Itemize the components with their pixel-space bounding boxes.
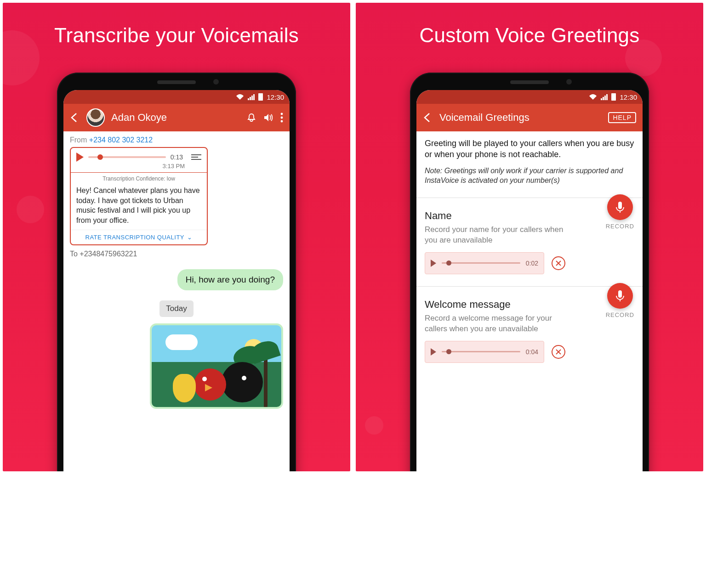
record-label: RECORD <box>606 223 634 230</box>
greeting-duration: 0:04 <box>526 348 538 356</box>
media-message[interactable] <box>150 323 283 409</box>
svg-rect-4 <box>618 290 622 298</box>
phone-frame: 12:30 Voicemail Greetings HELP Greeting … <box>410 73 649 471</box>
signal-icon <box>601 94 608 100</box>
battery-icon <box>258 93 263 101</box>
greeting-note: Note: Greetings will only work if your c… <box>425 166 634 186</box>
back-icon[interactable] <box>423 113 433 123</box>
outgoing-message[interactable]: Hi, how are you doing? <box>177 269 283 290</box>
greeting-player[interactable]: 0:04 <box>425 341 544 363</box>
speaker-icon[interactable] <box>263 113 274 123</box>
transcript-toggle-icon[interactable] <box>191 153 201 161</box>
app-bar: Voicemail Greetings HELP <box>416 104 643 131</box>
status-time: 12:30 <box>620 93 637 101</box>
voicemail-seek[interactable] <box>88 156 166 158</box>
promo-panel-greetings: Custom Voice Greetings 12:30 Voicemail G… <box>356 3 703 471</box>
status-bar: 12:30 <box>63 90 290 104</box>
help-button[interactable]: HELP <box>608 112 636 123</box>
voicemail-duration: 0:13 <box>171 153 183 161</box>
date-pill: Today <box>159 300 193 317</box>
promo-panel-transcribe: Transcribe your Voicemails 12:30 Adan Ok… <box>3 3 350 471</box>
section-subtitle: Record a welcome message for your caller… <box>425 313 576 334</box>
voicemail-time: 3:13 PM <box>71 163 207 172</box>
avatar[interactable] <box>86 108 105 127</box>
contact-name[interactable]: Adan Okoye <box>111 112 167 124</box>
section-subtitle: Record your name for your callers when y… <box>425 225 576 246</box>
screen-title: Voicemail Greetings <box>439 112 530 124</box>
voicemail-card: 0:13 3:13 PM Transcription Confidence: l… <box>70 147 208 245</box>
wifi-icon <box>589 94 597 100</box>
phone-frame: 12:30 Adan Okoye From +234 802 302 3212 <box>57 73 296 471</box>
battery-icon <box>611 93 616 101</box>
bell-icon[interactable] <box>246 113 256 123</box>
record-button[interactable] <box>607 283 633 309</box>
section-title: Welcome message <box>425 299 634 311</box>
more-icon[interactable] <box>280 113 283 123</box>
chevron-down-icon: ⌄ <box>187 234 193 241</box>
record-button[interactable] <box>607 194 633 220</box>
delete-greeting-button[interactable] <box>552 256 565 270</box>
app-bar: Adan Okoye <box>63 104 290 131</box>
svg-point-1 <box>281 117 283 119</box>
status-time: 12:30 <box>267 93 284 101</box>
record-label: RECORD <box>606 311 634 318</box>
svg-rect-3 <box>618 202 622 209</box>
from-number[interactable]: +234 802 302 3212 <box>89 136 153 144</box>
status-bar: 12:30 <box>416 90 643 104</box>
confidence-label: Transcription Confidence: low <box>71 173 207 185</box>
svg-point-2 <box>281 120 283 123</box>
signal-icon <box>248 94 255 100</box>
greeting-lead: Greeting will be played to your callers … <box>425 138 634 160</box>
back-icon[interactable] <box>70 113 80 123</box>
play-icon[interactable] <box>76 153 84 162</box>
delete-greeting-button[interactable] <box>552 345 565 359</box>
from-line: From +234 802 302 3212 <box>70 136 283 144</box>
greeting-duration: 0:02 <box>526 260 538 267</box>
transcript-text: Hey! Cancel whatever plans you have toda… <box>71 185 207 230</box>
panel-title: Custom Voice Greetings <box>420 24 640 47</box>
play-icon[interactable] <box>431 260 436 267</box>
rate-transcription-button[interactable]: RATE TRANSCRIPTION QUALITY⌄ <box>71 230 207 244</box>
wifi-icon <box>236 94 244 100</box>
section-title: Name <box>425 210 634 222</box>
play-icon[interactable] <box>431 348 436 356</box>
svg-point-0 <box>281 113 283 115</box>
to-line: To +2348475963221 <box>70 250 283 258</box>
panel-title: Transcribe your Voicemails <box>54 24 299 47</box>
greeting-player[interactable]: 0:02 <box>425 252 544 274</box>
